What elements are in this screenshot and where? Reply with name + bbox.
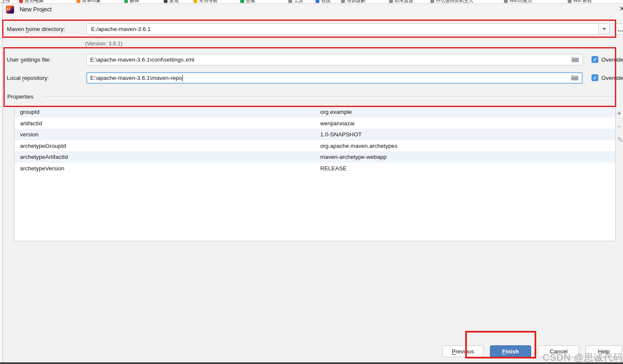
properties-divider (43, 96, 616, 97)
table-row[interactable]: version1.0-SNAPSHOT (14, 129, 615, 140)
property-value: org.example (320, 109, 352, 115)
close-icon[interactable]: ✕ (619, 5, 623, 13)
browse-button[interactable]: … (614, 23, 623, 35)
dialog-titlebar (3, 3, 623, 18)
properties-section-label: Properties (7, 93, 34, 100)
bookmark-item[interactable]: 应用电脑 (19, 0, 43, 4)
local-repository-input[interactable]: E:\apache-maven-3.6.1\maven-repo (86, 72, 583, 84)
table-row[interactable]: artifactIdwenjianxiazai (14, 118, 615, 129)
override-checkbox-repository[interactable] (592, 74, 598, 81)
bookmark-item[interactable]: 发现 (164, 0, 179, 4)
property-key: artifactId (20, 120, 42, 126)
edit-icon[interactable]: ✎ (617, 136, 623, 144)
property-value: RELEASE (320, 165, 347, 171)
user-settings-label: User settings file: (7, 56, 51, 63)
table-row[interactable]: archetypeVersionRELEASE (14, 163, 615, 174)
bookmark-favicon (316, 0, 319, 3)
csdn-watermark: CSDN @思诚代码块 (543, 351, 623, 364)
bookmark-item[interactable]: 在线 (316, 0, 330, 4)
property-key: archetypeArtifactId (20, 154, 68, 160)
property-value: org.apache.maven.archetypes (320, 142, 398, 149)
screenshot-root: 上传应用电脑简单印象翻译发现常用导航合集工具在线培训题解职考真题什么值得买机主入… (0, 0, 623, 364)
bookmark-item[interactable]: 常用导航 (193, 0, 218, 4)
text-caret (182, 75, 183, 82)
intellij-logo-icon: IJ (6, 6, 14, 14)
window-bottom-edge (0, 362, 623, 364)
bookmark-favicon (504, 0, 508, 3)
bookmark-item[interactable]: 简单印象 (77, 0, 101, 4)
property-key: archetypeGroupId (20, 142, 66, 149)
property-key: groupId (20, 109, 40, 115)
override-label-settings: Override (601, 56, 623, 63)
bookmark-item[interactable]: 翻译 (124, 0, 139, 4)
bookmark-item[interactable]: 职考真题 (389, 0, 413, 4)
user-settings-input[interactable]: E:\apache-maven-3.6.1\conf\settings.xml (86, 54, 583, 65)
maven-version-note: (Version: 3.6.1) (85, 40, 122, 47)
bookmark-favicon (124, 0, 128, 3)
bookmark-item[interactable]: 培训题解 (341, 0, 365, 4)
bookmark-item[interactable]: 什么值得买机主入 (430, 0, 473, 4)
bookmark-item[interactable]: 合集 (240, 0, 255, 4)
override-label-repository: Override (601, 75, 623, 81)
bookmark-favicon (240, 0, 244, 3)
folder-icon[interactable] (571, 75, 579, 82)
bookmark-favicon (389, 0, 393, 3)
bookmark-favicon (77, 0, 80, 3)
previous-button[interactable]: Previous (442, 345, 484, 357)
bookmark-favicon (341, 0, 345, 3)
chevron-down-icon[interactable] (598, 24, 609, 34)
bookmark-item[interactable]: Win 教程 (568, 0, 592, 4)
property-key: archetypeVersion (20, 165, 64, 171)
maven-home-label: Maven home directory: (7, 26, 65, 32)
remove-icon[interactable]: − (617, 123, 623, 131)
browser-bookmarks-bar: 上传应用电脑简单印象翻译发现常用导航合集工具在线培训题解职考真题什么值得买机主入… (0, 0, 623, 4)
property-key: version (20, 131, 39, 138)
override-checkbox-settings[interactable] (592, 56, 598, 63)
bookmark-favicon (568, 0, 572, 3)
table-row[interactable]: archetypeGroupIdorg.apache.maven.archety… (14, 140, 615, 152)
properties-table[interactable]: groupIdorg.exampleartifactIdwenjianxiaza… (14, 106, 616, 241)
bookmark-favicon (430, 0, 434, 3)
finish-button[interactable]: Finish (490, 345, 531, 357)
dialog-left-border (2, 3, 3, 362)
bookmark-item[interactable]: Win10激活 (504, 0, 532, 4)
bookmark-item[interactable]: 工具 (288, 0, 303, 4)
maven-home-value[interactable]: E:/apache-maven-3.6.1 (87, 26, 598, 32)
properties-toolbar: +−✎ (617, 107, 623, 158)
table-row[interactable]: archetypeArtifactIdmaven-archetype-webap… (14, 151, 615, 163)
add-icon[interactable]: + (617, 109, 623, 118)
folder-icon[interactable] (571, 56, 580, 63)
property-value: wenjianxiazai (320, 120, 354, 126)
local-repository-label: Local repository: (7, 75, 49, 81)
dialog-title: New Project (20, 6, 51, 13)
maven-home-combobox[interactable]: E:/apache-maven-3.6.1 (86, 23, 610, 35)
bookmark-favicon (193, 0, 197, 3)
bookmark-favicon (19, 0, 23, 3)
property-value: maven-archetype-webapp (320, 154, 387, 160)
table-row[interactable]: groupIdorg.example (14, 106, 615, 118)
property-value: 1.0-SNAPSHOT (320, 131, 362, 138)
bookmark-item[interactable]: 上传 (1, 0, 10, 4)
bookmark-favicon (288, 0, 292, 3)
bookmark-favicon (164, 0, 168, 3)
